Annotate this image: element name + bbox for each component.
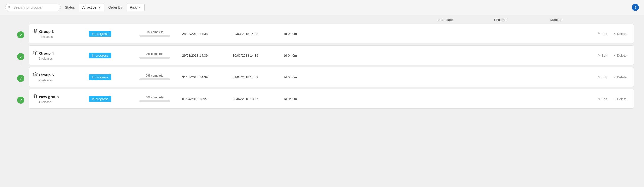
end-date: 01/04/2018 14:39 [231, 75, 281, 79]
svg-marker-0 [34, 29, 37, 31]
edit-icon: ✎ [598, 75, 600, 79]
group-info: Group 4 2 releases [33, 50, 89, 60]
search-input[interactable] [5, 4, 61, 11]
group-releases: 1 release [39, 100, 89, 104]
close-icon: ✕ [613, 75, 616, 79]
chevron-down-icon-order: ▼ [139, 6, 141, 9]
chevron-down-icon: ▼ [98, 6, 101, 9]
progress-text: 0% complete [146, 52, 163, 56]
th-start-date: Start date [436, 18, 492, 22]
check-icon: ✓ [17, 75, 24, 82]
actions-cell: ✎ Edit ✕ Delete [322, 31, 630, 36]
actions-cell: ✎ Edit ✕ Delete [322, 97, 630, 101]
edit-icon: ✎ [598, 32, 600, 35]
help-button[interactable]: ? [632, 4, 639, 11]
search-wrapper: ⚲ [5, 4, 61, 11]
duration: 1d 0h 0m [281, 75, 322, 79]
progress-bar-bg [139, 78, 170, 80]
th-group [30, 18, 345, 22]
search-icon: ⚲ [8, 5, 10, 9]
progress-text: 0% complete [146, 30, 163, 34]
progress-text: 0% complete [146, 74, 163, 77]
timeline-line [21, 82, 21, 87]
check-icon: ✓ [17, 31, 24, 38]
end-date: 29/03/2018 14:38 [231, 32, 281, 36]
th-end-date: End date [492, 18, 548, 22]
timeline-col: ✓ [15, 89, 26, 109]
timeline-col: ✓ [15, 45, 26, 65]
layers-icon [33, 72, 38, 78]
group-releases: 2 releases [39, 57, 89, 60]
end-date: 30/03/2018 14:39 [231, 54, 281, 57]
group-row-wrapper: ✓ Group 4 2 releases In p [15, 45, 634, 65]
group-info: Group 5 2 releases [33, 72, 89, 82]
group-row-wrapper: ✓ Group 3 4 releases In p [15, 24, 634, 43]
group-info: Group 3 4 releases [33, 29, 89, 39]
timeline-col: ✓ [15, 67, 26, 87]
edit-button[interactable]: ✎ Edit [597, 53, 608, 58]
check-icon: ✓ [17, 53, 24, 60]
group-row-wrapper: ✓ Group 5 2 releases In p [15, 67, 634, 87]
progress-bar-bg [139, 35, 170, 37]
group-card: Group 3 4 releases In progress 0% comple… [29, 24, 634, 43]
timeline-col: ✓ [15, 24, 26, 43]
delete-button[interactable]: ✕ Delete [612, 75, 628, 80]
status-cell: In progress [89, 96, 129, 102]
close-icon: ✕ [613, 97, 616, 101]
order-label: Order By [108, 5, 123, 9]
edit-button[interactable]: ✎ Edit [597, 31, 608, 36]
actions-cell: ✎ Edit ✕ Delete [322, 53, 630, 58]
group-card: New group 1 release In progress 0% compl… [29, 89, 634, 109]
delete-button[interactable]: ✕ Delete [612, 97, 628, 101]
edit-button[interactable]: ✎ Edit [597, 75, 608, 80]
group-info: New group 1 release [33, 94, 89, 104]
start-date: 01/04/2018 18:27 [180, 97, 231, 101]
groups-list: ✓ Group 3 4 releases In p [15, 24, 634, 111]
edit-button[interactable]: ✎ Edit [597, 97, 608, 101]
actions-cell: ✎ Edit ✕ Delete [322, 75, 630, 80]
group-releases: 4 releases [39, 35, 89, 39]
th-actions [588, 18, 634, 22]
th-empty [15, 18, 30, 22]
delete-button[interactable]: ✕ Delete [612, 53, 628, 58]
order-value: Risk [130, 5, 137, 9]
close-icon: ✕ [613, 32, 616, 36]
progress-bar-bg [139, 100, 170, 102]
progress-col: 0% complete [129, 30, 180, 37]
start-date: 29/03/2018 14:39 [180, 54, 231, 57]
status-badge: In progress [89, 74, 111, 80]
progress-text: 0% complete [146, 96, 163, 99]
group-row-wrapper: ✓ New group 1 release In [15, 89, 634, 109]
duration: 1d 0h 0m [281, 54, 322, 57]
main-content: Start date End date Duration ✓ [0, 15, 644, 116]
progress-bar-bg [139, 57, 170, 59]
status-badge: In progress [89, 53, 111, 58]
status-dropdown[interactable]: All active ▼ [79, 4, 104, 11]
th-status [345, 18, 386, 22]
delete-button[interactable]: ✕ Delete [612, 31, 628, 36]
edit-icon: ✎ [598, 54, 600, 57]
group-name: Group 5 [33, 72, 89, 78]
close-icon: ✕ [613, 54, 616, 57]
group-card: Group 4 2 releases In progress 0% comple… [29, 45, 634, 65]
layers-icon [33, 94, 38, 99]
duration: 1d 0h 0m [281, 97, 322, 101]
status-cell: In progress [89, 31, 129, 37]
order-dropdown[interactable]: Risk ▼ [127, 4, 145, 11]
status-badge: In progress [89, 31, 111, 37]
group-name: Group 3 [33, 29, 89, 34]
status-value: All active [82, 5, 96, 9]
svg-marker-2 [34, 73, 37, 75]
table-header: Start date End date Duration [15, 15, 634, 24]
svg-marker-1 [34, 51, 37, 53]
layers-icon [33, 50, 38, 56]
layers-icon [33, 29, 38, 34]
end-date: 02/04/2018 18:27 [231, 97, 281, 101]
status-badge: In progress [89, 96, 111, 102]
status-label: Status [65, 5, 75, 9]
group-name: New group [33, 94, 89, 99]
timeline-line [21, 38, 21, 43]
group-card: Group 5 2 releases In progress 0% comple… [29, 67, 634, 87]
toolbar: ⚲ Status All active ▼ Order By Risk ▼ ? [0, 0, 644, 15]
check-icon: ✓ [17, 97, 24, 104]
